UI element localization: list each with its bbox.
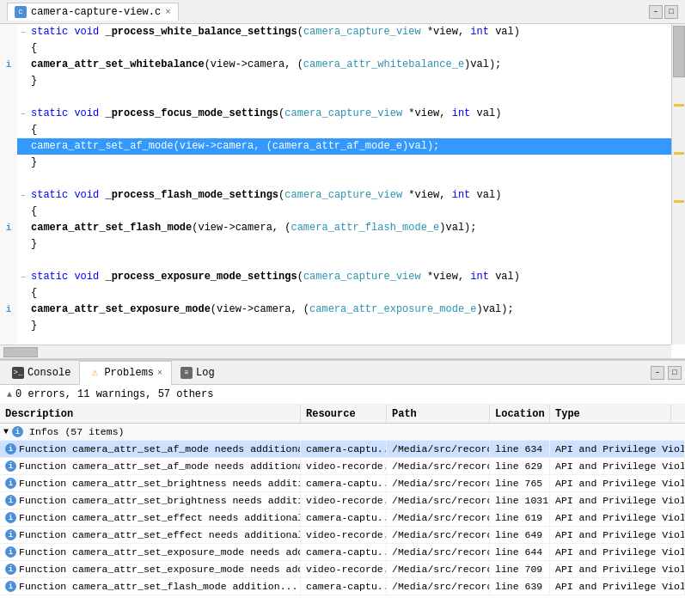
line-gutter xyxy=(0,285,17,302)
section-expand-icon: ▼ xyxy=(3,427,9,436)
problems-table: Description Resource Path Location Type … xyxy=(0,405,685,607)
code-text: static void _process_exposure_mode_setti… xyxy=(29,269,520,285)
fold-button xyxy=(17,171,29,187)
description-text: Function camera_attr_set_exposure_mode n… xyxy=(19,546,301,558)
table-row[interactable]: iFunction camera_attr_set_brightness nee… xyxy=(0,475,685,492)
minimize-button[interactable]: – xyxy=(649,5,663,19)
line-gutter xyxy=(0,106,17,122)
fold-button xyxy=(17,89,29,106)
line-gutter xyxy=(0,269,17,285)
line-gutter xyxy=(0,171,17,187)
table-row[interactable]: iFunction camera_attr_set_af_mode needs … xyxy=(0,441,685,458)
horizontal-scrollbar[interactable] xyxy=(0,345,671,358)
line-gutter xyxy=(0,138,17,155)
restore-button[interactable]: □ xyxy=(664,5,678,19)
fold-button[interactable]: – xyxy=(17,187,29,204)
td-path: /Media/src/recorde... xyxy=(387,509,490,526)
td-path: /Media/src/recorde... xyxy=(387,527,490,543)
table-body[interactable]: iFunction camera_attr_set_af_mode needs … xyxy=(0,441,685,607)
fold-button xyxy=(17,236,29,253)
scrollbar-thumb[interactable] xyxy=(673,26,685,77)
code-text xyxy=(29,89,31,106)
tab-bar: c camera-capture-view.c × xyxy=(7,3,179,21)
line-gutter xyxy=(0,24,17,40)
table-row[interactable]: iFunction camera_attr_set_brightness nee… xyxy=(0,492,685,509)
panel-minimize-button[interactable]: – xyxy=(651,366,664,380)
code-line: i camera_attr_set_flash_mode(view->camer… xyxy=(0,220,671,236)
expand-button[interactable]: ▲ xyxy=(7,390,12,399)
table-row[interactable]: iFunction camera_attr_set_exposure_mode … xyxy=(0,544,685,561)
td-resource: camera-captu... xyxy=(301,544,387,560)
td-type: API and Privilege Violat xyxy=(550,492,685,509)
fold-button xyxy=(17,220,29,236)
td-type: API and Privilege Violat xyxy=(550,458,685,474)
problems-tab-close[interactable]: × xyxy=(157,369,162,378)
table-header: Description Resource Path Location Type xyxy=(0,405,685,424)
info-row-icon: i xyxy=(5,460,16,472)
title-bar: c camera-capture-view.c × – □ xyxy=(0,0,685,24)
td-description: iFunction camera_attr_set_exposure_mode … xyxy=(0,561,301,577)
fold-button xyxy=(17,318,29,334)
table-row[interactable]: iFunction camera_attr_set_effect needs a… xyxy=(0,509,685,527)
line-gutter: i xyxy=(0,57,17,73)
code-line: camera_attr_set_af_mode(view->camera, (c… xyxy=(0,138,671,155)
tab-problems[interactable]: ⚠ Problems × xyxy=(79,361,172,385)
td-type: API and Privilege Violat xyxy=(550,578,685,595)
code-line xyxy=(0,171,671,187)
td-resource: video-recorde... xyxy=(301,561,387,577)
td-type: API and Privilege Violat xyxy=(550,475,685,491)
th-location: Location xyxy=(490,405,550,423)
file-tab[interactable]: c camera-capture-view.c × xyxy=(7,3,179,21)
td-location: line 644 xyxy=(490,544,550,560)
description-text: Function camera_attr_set_effect needs ad… xyxy=(19,512,301,523)
scrollbar-h-thumb[interactable] xyxy=(3,347,38,357)
code-text: static void _process_focus_mode_settings… xyxy=(29,106,501,122)
panel-tabs-left: >_ Console ⚠ Problems × ≡ Log xyxy=(3,361,223,385)
fold-button[interactable]: – xyxy=(17,24,29,40)
td-resource: video-recorde... xyxy=(301,527,387,543)
table-row[interactable]: iFunction camera_attr_set_flash_mode add… xyxy=(0,578,685,595)
fold-button xyxy=(17,204,29,220)
td-resource: camera-captu... xyxy=(301,475,387,491)
table-row[interactable]: iFunction camera_attr_set_af_mode needs … xyxy=(0,458,685,475)
info-row-icon: i xyxy=(5,581,16,592)
tab-log[interactable]: ≡ Log xyxy=(172,361,223,385)
fold-button[interactable]: – xyxy=(17,106,29,122)
description-text: Function camera_attr_set_brightness need… xyxy=(19,495,301,506)
code-line: { xyxy=(0,40,671,57)
line-gutter xyxy=(0,73,17,89)
code-scroll-area[interactable]: –static void _process_white_balance_sett… xyxy=(0,24,685,358)
panel-maximize-button[interactable]: □ xyxy=(668,366,682,380)
td-path: /Media/src/recorde... xyxy=(387,492,490,509)
td-description: iFunction camera_attr_set_exposure_mode … xyxy=(0,544,301,560)
td-location: line 634 xyxy=(490,441,550,457)
code-line: } xyxy=(0,73,671,89)
code-line: { xyxy=(0,204,671,220)
line-gutter: i xyxy=(0,220,17,236)
code-line: –static void _process_flash_mode_setting… xyxy=(0,187,671,204)
fold-button[interactable]: – xyxy=(17,269,29,285)
section-infos[interactable]: ▼ i Infos (57 items) xyxy=(0,424,685,441)
th-description: Description xyxy=(0,405,301,423)
line-gutter xyxy=(0,122,17,138)
problems-icon: ⚠ xyxy=(89,367,101,379)
td-description: iFunction camera_attr_set_af_mode needs … xyxy=(0,441,301,457)
vertical-scrollbar[interactable] xyxy=(671,24,685,345)
code-text xyxy=(29,253,31,269)
tab-close-icon[interactable]: × xyxy=(165,7,171,17)
code-line: –static void _process_exposure_mode_sett… xyxy=(0,269,671,285)
table-row[interactable]: iFunction camera_attr_set_effect needs a… xyxy=(0,527,685,544)
fold-button xyxy=(17,40,29,57)
td-description: iFunction camera_attr_set_brightness nee… xyxy=(0,475,301,491)
td-path: /Media/src/recorde... xyxy=(387,578,490,595)
code-editor: –static void _process_white_balance_sett… xyxy=(0,24,685,359)
td-resource: video-recorde... xyxy=(301,458,387,474)
code-lines: –static void _process_white_balance_sett… xyxy=(0,24,671,358)
td-resource: camera-captu... xyxy=(301,578,387,595)
code-line: –static void _process_white_balance_sett… xyxy=(0,24,671,40)
tab-console[interactable]: >_ Console xyxy=(3,361,79,385)
description-text: Function camera_attr_set_af_mode needs a… xyxy=(19,460,301,472)
console-tab-label: Console xyxy=(28,367,70,379)
fold-button xyxy=(17,155,29,171)
table-row[interactable]: iFunction camera_attr_set_exposure_mode … xyxy=(0,561,685,578)
